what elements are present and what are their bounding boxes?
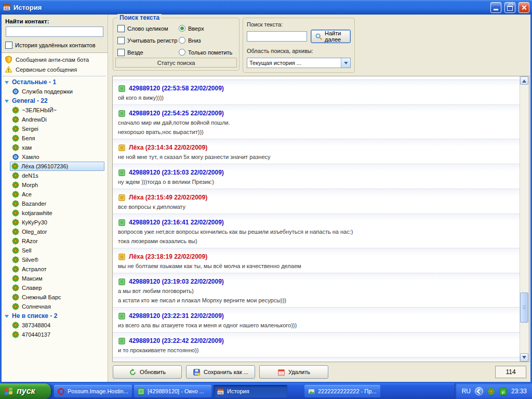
taskbar-task-history[interactable]: История	[214, 385, 287, 397]
option-match-case[interactable]: Учитывать регистр	[117, 34, 177, 46]
scrollbar-thumb[interactable]	[520, 292, 528, 323]
checkbox-icon[interactable]	[117, 37, 125, 44]
utorrent-tray-icon[interactable]	[499, 388, 507, 395]
delete-button[interactable]: Удалить	[259, 365, 328, 379]
flower-icon	[12, 322, 19, 329]
contact-item[interactable]: Служба поддержки	[2, 87, 108, 96]
contact-item[interactable]: Sell	[2, 246, 108, 255]
message[interactable]: Лёха (23:14:34 22/02/2009) не ной мне ту…	[113, 139, 520, 164]
expander-icon[interactable]	[5, 100, 9, 105]
contact-item[interactable]: Снежный Барс	[2, 292, 108, 302]
vertical-scrollbar[interactable]	[520, 76, 529, 362]
contact-item[interactable]: 470440137	[2, 330, 108, 339]
message[interactable]: 429889120 (22:54:25 22/02/2009) сначало …	[113, 104, 520, 139]
contact-item[interactable]: Максим	[2, 274, 108, 283]
contact-group[interactable]: General - 22	[2, 96, 108, 105]
contact-item[interactable]: Хамло	[2, 152, 108, 162]
hide-tray-icons-button[interactable]	[475, 387, 483, 395]
search-icon	[315, 33, 323, 41]
note-green-icon	[118, 169, 126, 177]
contact-item[interactable]: ~ЗЕЛЕНЫЙ~	[2, 105, 108, 115]
message[interactable]: Лёха (23:18:19 22/02/2009) мы не болтаем…	[113, 248, 520, 273]
expander-icon[interactable]	[5, 315, 9, 320]
window-calendar-icon[interactable]	[3, 3, 11, 11]
flower-icon	[12, 200, 19, 207]
contact-item[interactable]: 387348804	[2, 321, 108, 330]
option-everywhere[interactable]: Везде	[117, 46, 177, 58]
contact-item-selected[interactable]: Лёха (396107236)	[10, 162, 104, 171]
contact-item[interactable]: Bazander	[2, 199, 108, 208]
checkbox-icon[interactable]	[117, 49, 125, 56]
message[interactable]: 429889120 (23:19:03 22/02/2009) а мы вот…	[113, 273, 520, 307]
flower-icon	[12, 256, 19, 263]
message[interactable]: 429889120 (23:22:42 22/02/2009) и то про…	[113, 332, 520, 357]
combobox-dropdown-button[interactable]	[341, 58, 350, 68]
radio-icon[interactable]	[179, 49, 185, 56]
message[interactable]: 429889120 (16:48:08 24/02/2009)	[113, 357, 520, 362]
expander-icon[interactable]	[5, 81, 9, 86]
taskbar-task-image-viewer[interactable]: 2222222222222 - Пр...	[304, 385, 380, 397]
refresh-icon	[129, 368, 137, 376]
search-direction-radios: Вверх Вниз Только пометить	[179, 22, 232, 58]
contact-item[interactable]: хам	[2, 143, 108, 152]
flower-icon	[12, 237, 19, 245]
find-next-button[interactable]: Найти далее	[311, 30, 351, 43]
shield-icon	[5, 56, 12, 63]
contact-item[interactable]: Sergei	[2, 124, 108, 134]
refresh-button[interactable]: Обновить	[113, 365, 182, 379]
taskbar-task-browser[interactable]: Possum.Image.Hostin...	[54, 385, 132, 397]
message[interactable]: 429889120 (23:15:03 22/02/2009) ну ждем …	[113, 164, 520, 189]
checkbox-icon[interactable]	[117, 25, 125, 32]
flower-icon	[12, 247, 19, 254]
checkbox-icon[interactable]	[5, 42, 12, 49]
find-contact-input[interactable]	[6, 26, 103, 37]
contact-item[interactable]: Беля	[2, 134, 108, 143]
flower-icon	[12, 331, 19, 338]
scroll-down-button[interactable]	[520, 353, 528, 362]
message[interactable]: 429889120 (22:53:58 22/02/2009) ой кого …	[113, 79, 520, 104]
contact-item[interactable]: КуКуРу30	[2, 218, 108, 227]
close-button[interactable]	[518, 2, 529, 13]
language-indicator[interactable]: RU	[462, 388, 471, 395]
contact-item[interactable]: Oleg_ator	[2, 227, 108, 236]
contact-item[interactable]: kotjarawhite	[2, 208, 108, 218]
radio-mark-only[interactable]: Только пометить	[179, 46, 232, 58]
contact-item[interactable]: AndrewDi	[2, 115, 108, 124]
contact-item[interactable]: RAzor	[2, 236, 108, 246]
option-whole-word[interactable]: Слово целиком	[117, 22, 177, 34]
divider	[3, 76, 106, 76]
save-as-button[interactable]: Сохранить как ...	[186, 365, 255, 379]
contact-item[interactable]: Славер	[2, 283, 108, 292]
restore-button[interactable]	[504, 2, 515, 13]
contact-item[interactable]: Астралот	[2, 264, 108, 274]
message[interactable]: 429889120 (23:22:31 22/02/2009) из всего…	[113, 307, 520, 332]
search-text-input[interactable]	[247, 31, 307, 42]
radio-icon[interactable]	[179, 25, 185, 32]
radio-up[interactable]: Вверх	[179, 22, 232, 34]
message[interactable]: 429889120 (23:16:41 22/02/2009) вопросов…	[113, 214, 520, 248]
windows-flag-icon	[5, 387, 14, 395]
search-scope-label: Область поиска, архивы:	[247, 48, 351, 54]
radio-icon[interactable]	[179, 37, 185, 44]
note-green-icon	[137, 388, 145, 395]
minimize-button[interactable]	[490, 2, 501, 13]
contact-item[interactable]: Silve®	[2, 255, 108, 264]
deleted-history-checkbox-row[interactable]: История удалённых контактов	[5, 42, 104, 49]
contact-group[interactable]: Не в списке - 2	[2, 311, 108, 321]
start-button[interactable]: пуск	[0, 383, 51, 399]
radio-down[interactable]: Вниз	[179, 34, 232, 46]
contact-item[interactable]: Солнечная	[2, 302, 108, 311]
contact-item[interactable]: deN1s	[2, 171, 108, 180]
list-item-antispam[interactable]: Сообщения анти-спам бота	[2, 55, 108, 64]
qip-tray-icon[interactable]	[487, 388, 495, 395]
contact-item[interactable]: Ace	[2, 190, 108, 199]
scroll-up-button[interactable]	[520, 76, 528, 85]
flower-icon	[12, 107, 19, 114]
search-scope-combobox[interactable]: Текущая история ...	[247, 58, 351, 68]
list-item-service-messages[interactable]: Сервисные сообщения	[2, 64, 108, 74]
message[interactable]: Лёха (23:15:49 22/02/2009) все вопросы к…	[113, 189, 520, 214]
contact-item[interactable]: Morph	[2, 180, 108, 190]
taskbar-task-chat-window[interactable]: [429889120] - Окно ...	[134, 385, 211, 397]
search-text-label: Поиск текста:	[247, 21, 351, 28]
contact-group[interactable]: Остальные - 1	[2, 77, 108, 87]
